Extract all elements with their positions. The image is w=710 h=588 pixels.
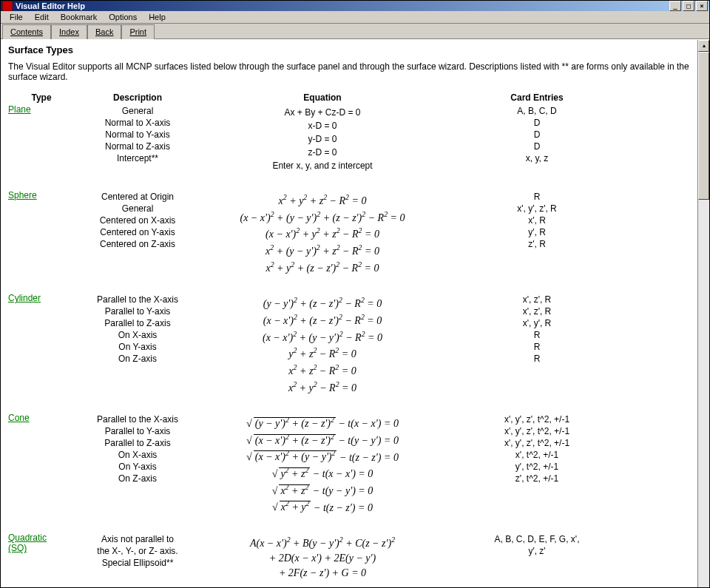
equation-line: (x − x')2 + (y − y')2 − t(z − z') = 0: [200, 450, 444, 464]
col-header-card-entries: Card Entries: [444, 92, 629, 103]
menu-help[interactable]: Help: [143, 11, 172, 23]
description-line: Axis not parallel to: [75, 534, 200, 544]
description-line: Normal to X-axis: [75, 118, 200, 128]
description-line: On X-axis: [75, 450, 200, 460]
equation-line: (y − y')2 + (z − z')2 − t(x − x') = 0: [200, 416, 444, 430]
col-header-description: Description: [75, 92, 200, 103]
equation-line: x2 + y2 − R2 = 0: [200, 380, 444, 394]
card-entry-line: z', R: [444, 239, 629, 249]
menu-bookmark[interactable]: Bookmark: [55, 11, 104, 23]
menu-edit[interactable]: Edit: [29, 11, 55, 23]
description-line: Parallel to Z-axis: [75, 318, 200, 328]
description-line: Normal to Y-axis: [75, 129, 200, 140]
card-entry-line: y', R: [444, 227, 629, 237]
menu-file[interactable]: File: [4, 11, 29, 23]
tab-contents[interactable]: Contents: [2, 24, 51, 39]
description-line: Parallel to the X-axis: [75, 414, 200, 425]
equation-line: x-D = 0: [200, 121, 444, 131]
description-line: Parallel to Z-axis: [75, 438, 200, 448]
equation-line: x2 + y2 + z2 − R2 = 0: [200, 193, 444, 207]
description-line: Centered at Origin: [75, 192, 200, 202]
card-entry-line: D: [444, 141, 629, 152]
equation-line: + 2D(x − x') + 2E(y − y'): [200, 552, 444, 564]
description-line: On Y-axis: [75, 342, 200, 352]
description-line: Parallel to Y-axis: [75, 306, 200, 317]
equation-line: x2 + z2 − R2 = 0: [200, 363, 444, 377]
scroll-up-button[interactable]: ▴: [698, 40, 709, 52]
window-title: Visual Editor Help: [16, 1, 85, 10]
toolbar-tabs: Contents Index Back Print: [1, 24, 709, 39]
surface-section: SphereCentered at OriginGeneralCentered …: [8, 190, 690, 277]
equation-line: (x − x')2 + (z − z')2 − t(y − y') = 0: [200, 433, 444, 447]
surface-type-link[interactable]: Plane: [8, 104, 31, 115]
minimize-button[interactable]: _: [669, 1, 681, 11]
card-entry-line: x', y', z', t^2, +/-1: [444, 414, 629, 425]
equation-line: Ax + By + Cz-D = 0: [200, 107, 444, 118]
description-line: On Y-axis: [75, 462, 200, 472]
equation-line: x2 + y2 + (z − z')2 − R2 = 0: [200, 260, 444, 274]
help-content: Surface Types The Visual Editor supports…: [1, 40, 697, 588]
card-entry-line: R: [444, 342, 629, 352]
scroll-thumb[interactable]: [698, 52, 709, 200]
surface-section: ConeParallel to the X-axisParallel to Y-…: [8, 413, 690, 516]
card-entry-line: x', y', z', t^2, +/-1: [444, 438, 629, 448]
tab-back[interactable]: Back: [87, 24, 121, 39]
description-line: On Z-axis: [75, 473, 200, 484]
close-button[interactable]: ×: [696, 1, 708, 11]
description-line: General: [75, 106, 200, 116]
col-header-type: Type: [8, 92, 75, 103]
col-header-equation: Equation: [200, 92, 444, 103]
menu-bar: File Edit Bookmark Options Help: [1, 11, 709, 24]
surface-table: Type Description Equation Card Entries P…: [8, 92, 690, 582]
surface-section: PlaneGeneralNormal to X-axisNormal to Y-…: [8, 104, 690, 174]
card-entry-line: x', y', z', R: [444, 203, 629, 214]
app-icon: [2, 1, 13, 11]
window-controls: _ □ ×: [669, 1, 708, 11]
description-line: Centered on Y-axis: [75, 227, 200, 237]
card-entry-line: x', t^2, +/-1: [444, 450, 629, 460]
description-line: On Z-axis: [75, 354, 200, 364]
surface-type-link[interactable]: Sphere: [8, 190, 37, 200]
card-entry-line: x', y', R: [444, 318, 629, 328]
menu-options[interactable]: Options: [103, 11, 143, 23]
description-line: On X-axis: [75, 330, 200, 340]
card-entry-line: y', z': [444, 546, 629, 556]
card-entry-line: R: [444, 192, 629, 202]
equation-line: x2 + z2 − t(y − y') = 0: [200, 483, 444, 497]
description-line: Parallel to the X-axis: [75, 294, 200, 305]
equation-line: y2 + z2 − R2 = 0: [200, 346, 444, 360]
tab-print[interactable]: Print: [121, 24, 155, 39]
equation-line: + 2F(z − z') + G = 0: [200, 567, 444, 579]
card-entry-line: R: [444, 330, 629, 340]
app-window: Visual Editor Help _ □ × File Edit Bookm…: [0, 0, 710, 588]
equation-line: (x − x')2 + (z − z')2 − R2 = 0: [200, 313, 444, 327]
surface-type-link[interactable]: Quadratic(SQ): [8, 533, 47, 553]
equation-line: A(x − x')2 + B(y − y')2 + C(z − z')2: [200, 535, 444, 550]
equation-line: y-D = 0: [200, 134, 444, 144]
description-line: Centered on X-axis: [75, 215, 200, 226]
card-entry-line: y', t^2, +/-1: [444, 462, 629, 472]
equation-line: (x − x')2 + y2 + z2 − R2 = 0: [200, 226, 444, 240]
card-entry-line: x', z', R: [444, 306, 629, 317]
card-entry-line: A, B, C, D, E, F, G, x',: [444, 534, 629, 544]
tab-index[interactable]: Index: [51, 24, 87, 39]
description-line: General: [75, 203, 200, 214]
maximize-button[interactable]: □: [683, 1, 694, 11]
card-entry-line: R: [444, 354, 629, 364]
vertical-scrollbar[interactable]: ▴ ▾: [697, 40, 709, 588]
description-line: Normal to Z-axis: [75, 141, 200, 152]
description-line: Parallel to Y-axis: [75, 426, 200, 436]
description-line: the X-, Y-, or Z- axis.: [75, 546, 200, 556]
scroll-track[interactable]: [698, 52, 709, 588]
equation-line: z-D = 0: [200, 147, 444, 158]
surface-type-link[interactable]: Cylinder: [8, 293, 41, 303]
page-heading: Surface Types: [8, 44, 690, 55]
equation-line: (y − y')2 + (z − z')2 − R2 = 0: [200, 296, 444, 310]
card-entry-line: D: [444, 118, 629, 128]
description-line: Centered on Z-axis: [75, 239, 200, 249]
card-entry-line: z', t^2, +/-1: [444, 473, 629, 484]
card-entry-line: x, y, z: [444, 153, 629, 163]
card-entry-line: A, B, C, D: [444, 106, 629, 116]
surface-type-link[interactable]: Cone: [8, 413, 30, 423]
card-entry-line: x', z', R: [444, 294, 629, 305]
